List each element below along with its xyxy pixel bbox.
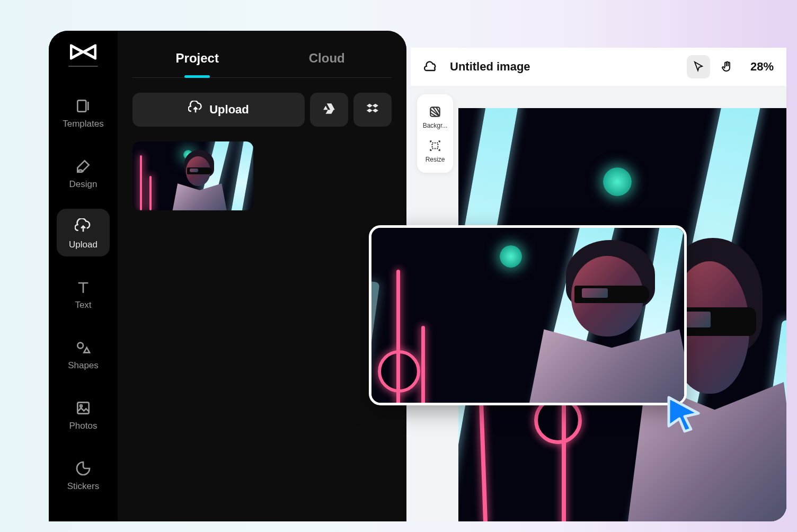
upload-icon (74, 217, 93, 236)
cloud-icon[interactable] (423, 59, 438, 74)
photos-icon (74, 398, 93, 418)
sidebar-item-label: Shapes (68, 360, 99, 371)
logo-divider (68, 66, 98, 67)
left-panel: Templates Design Upload Text (49, 31, 406, 521)
project-panel: Project Cloud Upload (118, 31, 406, 521)
panel-tabs: Project Cloud (132, 43, 392, 78)
app-logo[interactable] (70, 43, 96, 60)
google-drive-icon (322, 102, 336, 118)
sidebar-item-shapes[interactable]: Shapes (57, 330, 110, 377)
upload-cloud-icon (188, 101, 203, 119)
app-container: Untitled image 28% Backgr... (11, 11, 786, 521)
text-icon (74, 278, 93, 297)
sidebar-item-stickers[interactable]: Stickers (57, 450, 110, 498)
background-tool-label: Backgr... (423, 122, 448, 129)
sidebar-item-text[interactable]: Text (57, 269, 110, 317)
sidebar: Templates Design Upload Text (49, 31, 118, 521)
stickers-icon (74, 459, 93, 478)
sidebar-item-label: Upload (69, 240, 98, 250)
design-icon (74, 157, 93, 176)
background-tool-button[interactable]: Backgr... (420, 100, 450, 134)
asset-thumbnail[interactable] (132, 141, 253, 210)
shapes-icon (74, 338, 93, 357)
sidebar-item-label: Design (69, 179, 98, 190)
resize-tool-button[interactable]: Resize (420, 134, 450, 167)
zoom-level[interactable]: 28% (750, 60, 774, 74)
select-tool-button[interactable] (687, 55, 710, 78)
sidebar-item-upload[interactable]: Upload (57, 209, 110, 256)
sidebar-item-label: Photos (69, 421, 98, 431)
dropbox-icon (366, 102, 379, 118)
sidebar-item-label: Text (75, 300, 91, 311)
tab-cloud[interactable]: Cloud (262, 43, 392, 77)
sidebar-item-label: Stickers (67, 481, 99, 492)
tab-project[interactable]: Project (132, 43, 262, 77)
resize-tool-label: Resize (426, 156, 445, 163)
dropbox-button[interactable] (353, 93, 392, 127)
svg-point-5 (80, 405, 82, 407)
resize-icon (427, 138, 443, 154)
svg-rect-1 (432, 143, 438, 149)
document-title[interactable]: Untitled image (450, 60, 687, 74)
upload-button-label: Upload (209, 103, 249, 117)
templates-icon (74, 96, 93, 116)
canvas-side-tools: Backgr... Resize (417, 94, 453, 173)
upload-button[interactable]: Upload (132, 93, 305, 127)
google-drive-button[interactable] (310, 93, 348, 127)
svg-rect-4 (77, 402, 88, 413)
svg-point-3 (77, 343, 83, 349)
canvas-topbar: Untitled image 28% (411, 48, 786, 86)
svg-rect-2 (77, 100, 86, 111)
sidebar-item-label: Templates (63, 119, 103, 129)
sidebar-item-photos[interactable]: Photos (57, 390, 110, 438)
hand-tool-button[interactable] (715, 55, 739, 78)
drag-preview-image[interactable] (369, 225, 687, 405)
cursor-icon (663, 394, 704, 435)
sidebar-item-templates[interactable]: Templates (57, 88, 110, 136)
background-icon (427, 104, 443, 120)
upload-row: Upload (132, 93, 392, 127)
sidebar-item-design[interactable]: Design (57, 148, 110, 196)
